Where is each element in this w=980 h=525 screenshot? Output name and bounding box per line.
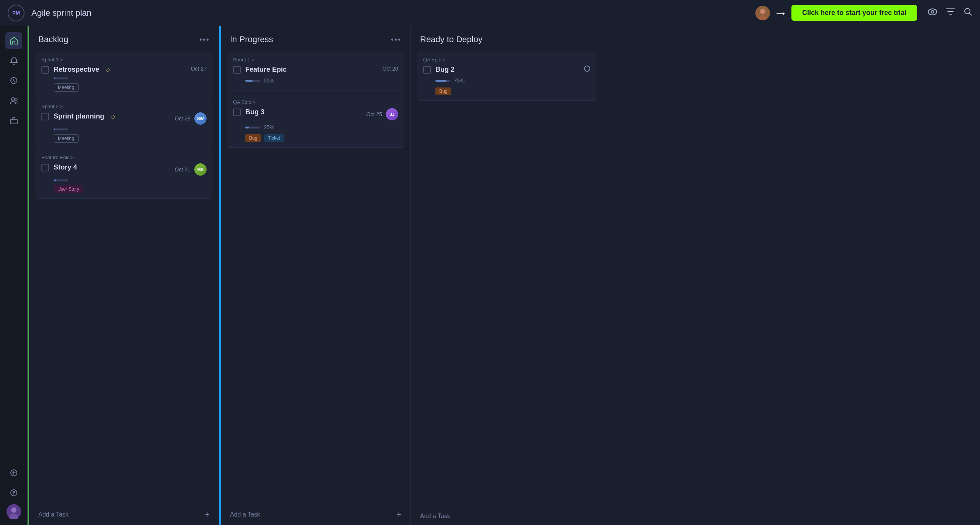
column-title-inprogress: In Progress	[230, 35, 273, 44]
add-task-inprogress[interactable]: Add a Task +	[221, 504, 410, 525]
card-top-row: Story 4 Oct 31 MS	[41, 163, 207, 176]
sidebar-item-help[interactable]	[5, 484, 22, 501]
card-title: Bug 3	[245, 108, 264, 116]
filter-icon[interactable]	[946, 8, 955, 18]
status-circle	[584, 66, 590, 72]
progress-bar-bg	[54, 77, 68, 79]
card-story4: Feature Epic > Story 4 Oct 31 MS	[35, 149, 213, 199]
progress-bar-bg	[245, 127, 260, 128]
card-progress-row: 50%	[245, 77, 398, 84]
eye-icon[interactable]	[928, 8, 937, 17]
sidebar-item-home[interactable]	[5, 32, 22, 49]
sidebar-item-portfolio[interactable]	[5, 112, 22, 129]
sidebar	[0, 26, 28, 525]
tag-meeting: Meeting	[54, 83, 79, 92]
column-header-inprogress: In Progress •••	[221, 26, 410, 51]
main-layout: Backlog ••• Sprint 1 > Retrospective ◇ O…	[0, 26, 980, 525]
card-tags: Bug Ticket	[245, 134, 398, 142]
card-list-readytodeploy: QA Epic > Bug 2 75%	[411, 51, 602, 507]
card-bug2: QA Epic > Bug 2 75%	[417, 51, 596, 101]
card-right-actions: Oct 28 SW	[171, 112, 207, 125]
card-date: Oct 25	[366, 111, 382, 117]
card-top-row: Retrospective ◇ Oct 27	[41, 66, 207, 74]
column-title-readytodeploy: Ready to Deploy	[420, 35, 483, 44]
sidebar-item-people[interactable]	[5, 92, 22, 109]
card-title: Bug 2	[435, 66, 455, 74]
diamond-icon: ◇	[111, 114, 115, 120]
card-title: Story 4	[54, 163, 77, 171]
app-logo: PM	[8, 5, 25, 21]
column-menu-backlog[interactable]: •••	[199, 35, 210, 44]
card-checkbox-title: Feature Epic	[233, 66, 287, 74]
card-top-row: Sprint planning ◇ Oct 28 SW	[41, 112, 207, 125]
card-list-inprogress: Sprint 1 > Feature Epic Oct 20 50%	[221, 51, 410, 504]
column-readytodeploy: Ready to Deploy QA Epic > Bug 2	[411, 26, 602, 525]
progress-text: 75%	[454, 77, 465, 84]
svg-point-12	[13, 494, 14, 495]
card-retrospective: Sprint 1 > Retrospective ◇ Oct 27	[35, 51, 213, 97]
svg-point-1	[760, 9, 765, 14]
column-header-backlog: Backlog •••	[29, 26, 219, 51]
card-tags: Bug	[435, 87, 590, 95]
card-avatar-jj: JJ	[386, 108, 398, 120]
add-task-label: Add a Task	[420, 513, 450, 520]
add-task-icon: +	[205, 510, 210, 520]
card-date: Oct 31	[175, 166, 190, 173]
progress-bar-fill	[435, 80, 446, 82]
diamond-icon: ◇	[106, 67, 110, 73]
card-list-backlog: Sprint 1 > Retrospective ◇ Oct 27	[29, 51, 219, 504]
header: PM Agile sprint plan → Click here to sta…	[0, 0, 980, 26]
progress-bar-fill	[54, 179, 56, 181]
sidebar-item-recent[interactable]	[5, 72, 22, 89]
progress-bar-bg	[54, 179, 68, 181]
card-avatar-ms: MS	[194, 163, 207, 176]
card-right-actions: Oct 25 JJ	[363, 108, 398, 120]
card-checkbox-title: Retrospective ◇	[41, 66, 110, 74]
card-checkbox[interactable]	[423, 66, 431, 74]
header-icons	[928, 8, 972, 18]
add-task-readytodeploy[interactable]: Add a Task	[411, 507, 602, 525]
search-icon[interactable]	[964, 8, 972, 18]
tag-bug: Bug	[435, 87, 451, 95]
column-header-readytodeploy: Ready to Deploy	[411, 26, 602, 51]
card-checkbox[interactable]	[233, 66, 241, 74]
card-checkbox[interactable]	[41, 164, 49, 171]
card-tags: User Story	[54, 185, 207, 193]
add-task-icon: +	[396, 510, 401, 520]
progress-bar-bg	[245, 80, 260, 82]
card-sprint-planning: Sprint 2 > Sprint planning ◇ Oct 28 SW	[35, 98, 213, 148]
card-epic: QA Epic >	[423, 57, 590, 63]
user-avatar-sidebar[interactable]	[7, 504, 21, 519]
user-avatar-header[interactable]	[755, 6, 770, 20]
card-checkbox[interactable]	[41, 113, 49, 120]
card-progress-row: 25%	[245, 124, 398, 130]
card-epic: Sprint 1 >	[233, 57, 398, 63]
card-checkbox-title: Bug 2	[423, 66, 455, 74]
card-tags: Meeting	[54, 83, 207, 92]
column-menu-inprogress[interactable]: •••	[391, 35, 401, 44]
add-task-backlog[interactable]: Add a Task +	[29, 504, 219, 525]
avatar-image	[755, 6, 770, 20]
card-checkbox[interactable]	[41, 66, 49, 74]
column-title-backlog: Backlog	[38, 35, 68, 44]
sidebar-item-notifications[interactable]	[5, 52, 22, 69]
tag-ticket: Ticket	[264, 134, 284, 142]
card-avatar-sw: SW	[194, 112, 207, 125]
sidebar-bottom	[7, 504, 21, 519]
page-title: Agile sprint plan	[31, 8, 750, 18]
progress-text: 25%	[264, 124, 274, 130]
tag-userstory: User Story	[54, 185, 83, 193]
svg-point-7	[11, 98, 15, 101]
card-epic: Sprint 2 >	[41, 104, 207, 109]
add-task-label: Add a Task	[230, 511, 260, 518]
card-checkbox[interactable]	[233, 109, 241, 116]
card-right-actions: Oct 31 MS	[171, 163, 207, 176]
card-date: Oct 20	[382, 66, 398, 72]
free-trial-button[interactable]: Click here to start your free trial	[791, 5, 917, 21]
tag-meeting: Meeting	[54, 134, 79, 143]
card-checkbox-title: Story 4	[41, 163, 77, 171]
card-checkbox-title: Sprint planning ◇	[41, 112, 115, 120]
sidebar-item-add[interactable]	[5, 464, 22, 481]
progress-text: 50%	[264, 77, 274, 84]
progress-bar-fill	[54, 77, 55, 79]
